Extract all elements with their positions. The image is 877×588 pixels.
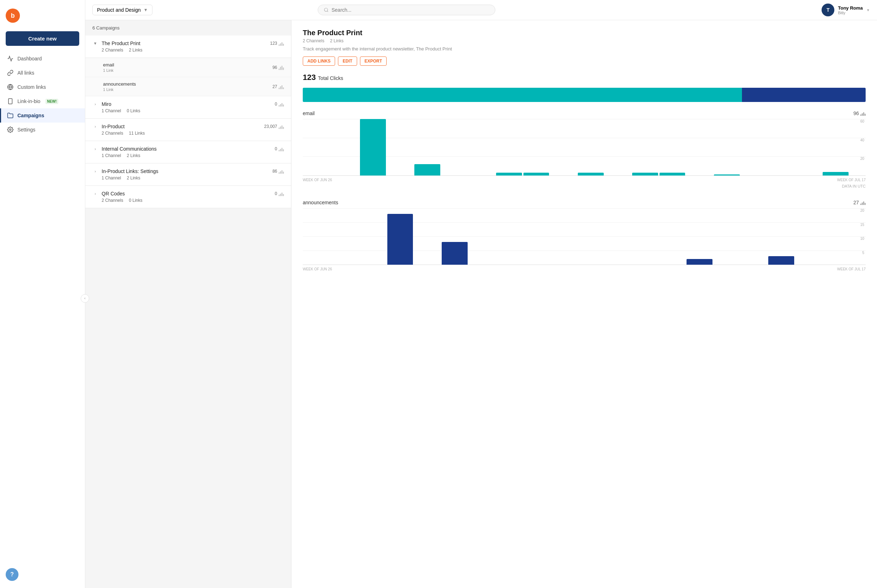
workspace-label: Product and Design <box>97 7 141 13</box>
chevron-down-icon: ▼ <box>144 8 148 12</box>
clicks-bars-icon <box>279 41 284 46</box>
sub-item-email[interactable]: email 1 Link 96 <box>85 58 291 77</box>
email-chart-section: email 96 60 40 <box>303 111 866 188</box>
ann-chart-area: 20 15 10 5 <box>303 208 866 265</box>
ann-bars-icon <box>279 84 284 89</box>
content-area: 6 Campaigns ▼ The Product Print 123 <box>85 20 877 588</box>
sub-item-email-clicks: 96 <box>273 65 284 70</box>
email-chart-bars-icon <box>860 111 866 116</box>
search-icon <box>324 8 329 12</box>
progress-bar <box>303 88 866 102</box>
campaign-item-in-product[interactable]: › In-Product 23,007 2 Channels 11 Links <box>85 118 291 141</box>
miro-bars-icon <box>279 102 284 106</box>
chart-icon <box>7 55 14 62</box>
qr-chevron-icon[interactable]: › <box>92 191 98 196</box>
gear-icon <box>7 126 14 133</box>
chart-bar <box>578 172 604 176</box>
create-new-button[interactable]: Create new <box>6 31 79 46</box>
sidebar-item-dashboard[interactable]: Dashboard <box>0 51 85 66</box>
topbar: Product and Design ▼ T Tony Roma Bitly ▼ <box>85 0 877 20</box>
logo-area: b <box>0 6 85 28</box>
user-info: Tony Roma Bitly <box>838 5 863 15</box>
email-chart-footer: WEEK OF JUN 26 WEEK OF JUL 17 <box>303 178 866 182</box>
svg-point-5 <box>324 8 328 11</box>
chart-bar <box>360 119 386 176</box>
settings-bars-icon <box>279 169 284 174</box>
chart-bar <box>442 242 468 265</box>
sidebar: b Create new Dashboard All links Custom … <box>0 0 85 588</box>
detail-title: The Product Print <box>303 29 866 37</box>
detail-panel: The Product Print 2 Channels 2 Links Tra… <box>291 20 877 588</box>
in-product-chevron-icon[interactable]: › <box>92 124 98 129</box>
chart-bar <box>714 174 740 176</box>
chart-bar <box>414 164 440 176</box>
sidebar-item-link-in-bio[interactable]: Link-in-bio NEW! <box>0 94 85 108</box>
announcements-chart-section: announcements 27 20 15 <box>303 200 866 271</box>
sidebar-item-campaigns[interactable]: Campaigns <box>0 108 85 123</box>
in-product-clicks: 23,007 <box>264 124 284 129</box>
email-chart-bars <box>303 119 852 176</box>
link-icon <box>7 69 14 76</box>
campaign-item-product-print[interactable]: ▼ The Product Print 123 2 Channels <box>85 36 291 58</box>
internal-clicks: 0 <box>275 146 284 152</box>
campaign-list: 6 Campaigns ▼ The Product Print 123 <box>85 20 291 588</box>
detail-description: Track engagement with the internal produ… <box>303 46 866 51</box>
sidebar-item-settings[interactable]: Settings <box>0 123 85 137</box>
new-badge: NEW! <box>45 99 58 104</box>
internal-chevron-icon[interactable]: › <box>92 146 98 152</box>
ann-chart-bars-icon <box>860 200 866 205</box>
export-button[interactable]: EXPORT <box>360 57 387 66</box>
user-menu[interactable]: T Tony Roma Bitly ▼ <box>822 3 870 16</box>
sidebar-item-custom-links[interactable]: Custom links <box>0 80 85 94</box>
campaign-item-miro[interactable]: › Miro 0 1 Channel 0 Links <box>85 96 291 118</box>
miro-clicks: 0 <box>275 102 284 106</box>
chart-bar <box>523 172 549 176</box>
expand-chevron-icon[interactable]: ▼ <box>92 40 98 46</box>
chart-bar <box>496 172 522 176</box>
phone-icon <box>7 98 14 105</box>
settings-chevron-icon[interactable]: › <box>92 168 98 174</box>
ann-chart-footer: WEEK OF JUN 26 WEEK OF JUL 17 <box>303 267 866 271</box>
add-links-button[interactable]: ADD LINKS <box>303 57 335 66</box>
campaign-item-in-product-settings[interactable]: › In-Product Links: Settings 86 1 Channe… <box>85 164 291 186</box>
ann-chart-label: announcements <box>303 200 338 206</box>
total-clicks-display: 123 Total Clicks <box>303 73 866 82</box>
sidebar-nav: Dashboard All links Custom links Link-in… <box>0 51 85 137</box>
edit-button[interactable]: EDIT <box>338 57 357 66</box>
svg-point-4 <box>10 129 11 131</box>
campaign-clicks: 123 <box>270 41 284 46</box>
svg-line-6 <box>327 11 328 12</box>
chart-bar <box>823 172 849 176</box>
in-product-bars-icon <box>279 124 284 129</box>
qr-clicks: 0 <box>275 191 284 196</box>
chart-bar <box>632 172 658 176</box>
campaign-item-internal-comms[interactable]: › Internal Communications 0 1 Channel 2 … <box>85 141 291 164</box>
help-button[interactable]: ? <box>6 568 18 581</box>
sub-item-announcements[interactable]: announcements 1 Link 27 <box>85 77 291 96</box>
campaign-item-qr-codes[interactable]: › QR Codes 0 2 Channels 0 Links <box>85 186 291 208</box>
ann-chart-count: 27 <box>853 200 866 206</box>
chart-bar <box>768 256 794 265</box>
internal-bars-icon <box>279 146 284 152</box>
email-chart-label: email <box>303 111 315 116</box>
email-chart-count: 96 <box>853 111 866 116</box>
qr-bars-icon <box>279 191 284 196</box>
collapse-sidebar-button[interactable]: ‹ <box>81 294 89 303</box>
email-bars-icon <box>279 65 284 70</box>
email-chart-area: 60 40 20 <box>303 119 866 176</box>
ann-chart-bars <box>303 208 852 265</box>
chart-bar <box>660 172 685 176</box>
action-buttons: ADD LINKS EDIT EXPORT <box>303 57 866 66</box>
settings-clicks: 86 <box>273 169 284 174</box>
miro-chevron-icon[interactable]: › <box>92 101 98 107</box>
data-utc-label: DATA IN UTC <box>303 184 866 188</box>
search-bar <box>318 4 495 15</box>
list-header: 6 Campaigns <box>85 20 291 36</box>
workspace-selector[interactable]: Product and Design ▼ <box>92 4 153 15</box>
app-logo[interactable]: b <box>6 9 20 23</box>
sidebar-item-all-links[interactable]: All links <box>0 66 85 80</box>
chart-bar <box>387 214 413 265</box>
avatar: T <box>822 3 834 16</box>
chart-bar <box>687 259 712 265</box>
search-input[interactable] <box>331 7 489 13</box>
